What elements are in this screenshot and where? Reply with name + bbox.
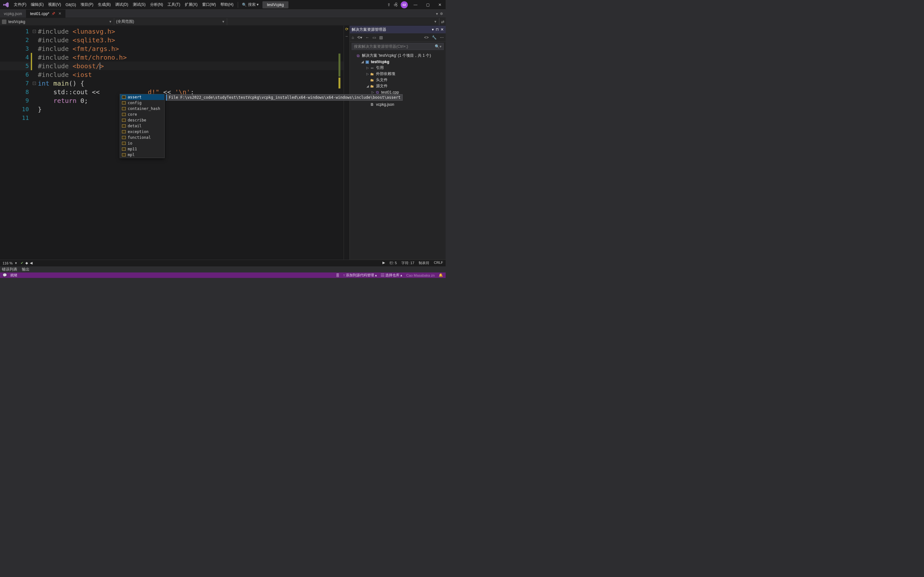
intellisense-item[interactable]: functional: [120, 135, 164, 140]
intellisense-item[interactable]: exception: [120, 129, 164, 135]
more-icon[interactable]: ⋯: [440, 35, 444, 40]
folder-icon: [122, 130, 126, 133]
intellisense-item[interactable]: mp11: [120, 146, 164, 152]
bulb-icon[interactable]: ⟳: [345, 27, 349, 31]
wrench-icon[interactable]: 🔧: [432, 35, 437, 40]
menu-analyze[interactable]: 分析(N): [148, 1, 166, 9]
navigation-bar: testVcpkg ▼ (全局范围) ▼ ▼ ⇄: [0, 18, 446, 26]
menu-edit[interactable]: 编辑(E): [29, 1, 46, 9]
expand-icon[interactable]: ▷: [371, 90, 375, 94]
nav-scope-project-label: testVcpkg: [8, 19, 25, 24]
showall-icon[interactable]: ▤: [379, 35, 383, 40]
editor[interactable]: 1– 2 3 4 5 6 7– 8 9 10 11 #include <luna…: [0, 26, 349, 259]
document-tab-bar: vcpkg.json test01.cpp* 📌 ✕ ▾ ✲: [0, 10, 446, 18]
expand-icon[interactable]: ◢: [360, 60, 365, 63]
folder-icon: [122, 119, 126, 122]
home-icon[interactable]: ⌂: [352, 35, 354, 40]
menu-view[interactable]: 视图(V): [46, 1, 63, 9]
viewall-icon[interactable]: ▭: [373, 35, 376, 40]
intellisense-item[interactable]: container_hash: [120, 106, 164, 111]
intellisense-item[interactable]: io: [120, 140, 164, 146]
intellisense-item[interactable]: core: [120, 111, 164, 117]
tab-output[interactable]: 输出: [22, 267, 29, 272]
dropdown-icon[interactable]: ▾: [432, 27, 434, 32]
back-icon[interactable]: ←: [365, 35, 369, 40]
tab-settings-icon[interactable]: ✲: [440, 11, 443, 16]
menu-project[interactable]: 项目(P): [78, 1, 95, 9]
search-icon: 🔍▾: [435, 44, 441, 49]
indent-mode[interactable]: 制表符: [419, 261, 429, 266]
nav-scope-global[interactable]: (全局范围) ▼: [114, 18, 227, 25]
menu-file[interactable]: 文件(F): [11, 1, 29, 9]
nav-split-icon[interactable]: ⇄: [439, 18, 446, 25]
chevron-down-icon: ▼: [434, 20, 437, 23]
tree-headers[interactable]: 🖿 头文件: [350, 77, 446, 83]
nav-scope-project[interactable]: testVcpkg ▼: [0, 18, 114, 25]
tree-sources[interactable]: ◢ 🖿 源文件: [350, 83, 446, 89]
title-project-button[interactable]: testVcpkg: [262, 1, 288, 8]
nav-right-icon[interactable]: ▶: [383, 261, 385, 266]
menu-test[interactable]: 测试(S): [131, 1, 148, 9]
tree-references[interactable]: ▷ ▫▫ 引用: [350, 65, 446, 71]
intellisense-item[interactable]: describe: [120, 117, 164, 123]
share-icon[interactable]: ⇪: [387, 3, 391, 7]
add-source-control[interactable]: ↑ 添加到源代码管理 ▴: [343, 273, 377, 277]
tree-solution[interactable]: ⧉ 解决方案 'testVcpkg' (1 个项目，共 1 个): [350, 53, 446, 59]
menu-help[interactable]: 帮助(H): [218, 1, 236, 9]
minimize-button[interactable]: —: [411, 3, 420, 7]
tab-error-list[interactable]: 错误列表: [2, 267, 17, 272]
chevron-down-icon[interactable]: ▼: [15, 261, 17, 265]
minus-icon[interactable]: –: [346, 34, 348, 39]
intellisense-item[interactable]: mpl: [120, 152, 164, 158]
menu-git[interactable]: Git(G): [63, 1, 78, 8]
solution-explorer-title-bar: 解决方案资源管理器 ▾ ⊓ ✕: [350, 26, 446, 33]
menu-debug[interactable]: 调试(D): [113, 1, 131, 9]
close-icon[interactable]: ✕: [58, 11, 61, 16]
expand-icon[interactable]: ▷: [366, 72, 370, 76]
expand-icon[interactable]: ▷: [366, 66, 370, 69]
nav-scope-member[interactable]: ▼: [227, 18, 439, 25]
menu-extensions[interactable]: 扩展(X): [183, 1, 200, 9]
tree-external-deps[interactable]: ▷ 🖿 外部依赖项: [350, 71, 446, 77]
line-ending[interactable]: CRLF: [434, 261, 443, 266]
menu-window[interactable]: 窗口(W): [200, 1, 218, 9]
intellisense-popup[interactable]: assert config container_hash core descri…: [120, 94, 165, 158]
issues-indicator[interactable]: ◆: [25, 261, 28, 265]
avatar[interactable]: cz: [401, 1, 408, 8]
intellisense-item[interactable]: detail: [120, 123, 164, 129]
expand-icon[interactable]: ◢: [366, 84, 370, 88]
tab-vcpkg-json[interactable]: vcpkg.json: [0, 10, 26, 18]
zoom-level[interactable]: 116 %: [3, 261, 13, 265]
solution-explorer-search[interactable]: 搜索解决方案资源管理器(Ctrl+;) 🔍▾: [352, 43, 444, 50]
close-button[interactable]: ✕: [435, 3, 444, 7]
menu-build[interactable]: 生成(B): [95, 1, 113, 9]
code-area[interactable]: #include <lunasvg.h> #include <sqlite3.h…: [31, 26, 344, 259]
select-repo[interactable]: ▤ 选择仓库 ▴: [381, 273, 402, 277]
feedback-icon[interactable]: 💬: [3, 273, 7, 277]
tree-file-vcpkg-json[interactable]: 🗎 vcpkg.json: [350, 101, 446, 107]
tree-project[interactable]: ◢ ▣ testVcpkg: [350, 59, 446, 65]
project-icon: [2, 19, 6, 24]
code-icon[interactable]: <>: [424, 35, 429, 40]
task-icon[interactable]: 🗄: [336, 274, 339, 277]
pin-icon[interactable]: ⊓: [436, 27, 439, 32]
title-search[interactable]: 🔍 搜索 ▾: [240, 1, 260, 8]
refs-icon: ▫▫: [370, 66, 375, 70]
close-icon[interactable]: ✕: [441, 27, 444, 32]
solution-explorer: 解决方案资源管理器 ▾ ⊓ ✕ ⌂ ⟲▾ ← ▭ ▤ <> 🔧 ⋯ 搜索解决方案…: [349, 26, 446, 259]
sync-icon[interactable]: ⟲▾: [357, 35, 362, 40]
line-number-gutter: 1– 2 3 4 5 6 7– 8 9 10 11: [0, 26, 31, 259]
intellisense-item[interactable]: assert: [120, 94, 164, 100]
liveshare-icon[interactable]: 🗫: [394, 3, 397, 7]
notifications-icon[interactable]: 🔔: [439, 273, 443, 277]
status-ok-icon[interactable]: ✔: [21, 261, 23, 265]
tab-overflow-icon[interactable]: ▾: [436, 11, 438, 16]
maximize-button[interactable]: ▢: [423, 3, 432, 7]
pin-icon[interactable]: 📌: [51, 12, 55, 15]
json-file-icon: 🗎: [370, 102, 375, 107]
menu-tools[interactable]: 工具(T): [165, 1, 182, 9]
tab-test01-cpp[interactable]: test01.cpp* 📌 ✕: [26, 10, 65, 18]
nav-left-icon[interactable]: ◀: [30, 261, 32, 265]
bottom-tool-tabs: 错误列表 输出: [0, 266, 446, 272]
intellisense-item[interactable]: config: [120, 100, 164, 106]
